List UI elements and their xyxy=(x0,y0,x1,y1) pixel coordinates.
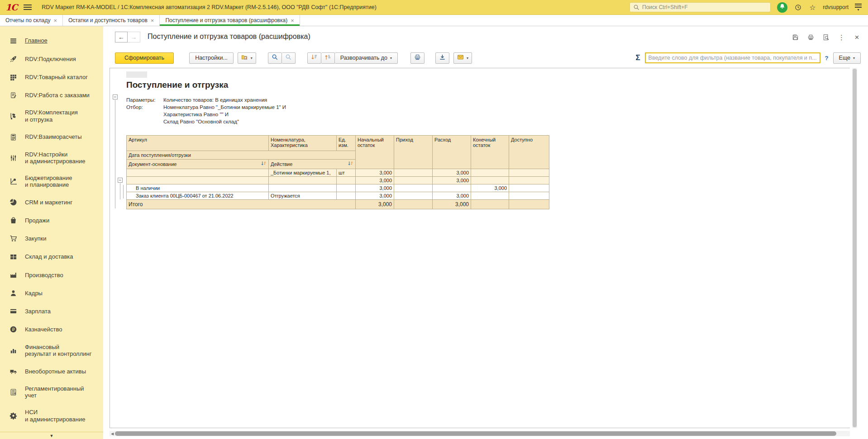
collapse-groups-button[interactable] xyxy=(307,52,321,64)
quick-filter-input[interactable] xyxy=(645,52,820,63)
sidebar-item-planning[interactable]: Бюджетированиеи планирование xyxy=(0,170,103,193)
cell-value[interactable]: 3,000 xyxy=(356,177,394,184)
column-header[interactable]: Доступно xyxy=(509,136,549,169)
main-menu-icon[interactable] xyxy=(24,5,32,10)
expand-to-button[interactable]: Разворачивать до▾ xyxy=(335,52,398,64)
sort-icon[interactable] xyxy=(348,161,353,167)
column-header[interactable]: Конечныйостаток xyxy=(471,136,509,169)
scroll-left-icon[interactable]: ◀ xyxy=(110,432,115,436)
expand-groups-button[interactable] xyxy=(321,52,335,64)
current-user[interactable]: rdvsupport xyxy=(823,4,849,10)
cell-value[interactable]: 3,000 xyxy=(356,184,394,192)
print-icon[interactable] xyxy=(807,33,815,41)
sort-icon[interactable] xyxy=(261,161,267,167)
tab-2[interactable]: Поступление и отгрузка товаров (расшифро… xyxy=(160,15,300,26)
sidebar-item-ruble[interactable]: ₽Казначейство xyxy=(0,321,103,339)
sidebar-item-gear[interactable]: НСИи администрирование xyxy=(0,404,103,428)
scrollbar-thumb[interactable] xyxy=(853,69,857,427)
cell-value[interactable] xyxy=(433,184,471,192)
sum-icon[interactable]: Σ xyxy=(635,53,640,62)
notifications-icon[interactable] xyxy=(777,2,787,13)
search-in-report-button[interactable] xyxy=(268,52,282,64)
sidebar-item-menu[interactable]: Главное xyxy=(0,32,103,50)
cell-label[interactable] xyxy=(269,184,337,192)
column-header[interactable]: Артикул xyxy=(127,136,269,151)
cell-value[interactable]: 3,000 xyxy=(433,192,471,200)
sidebar-item-bag[interactable]: Продажи xyxy=(0,212,103,230)
scrollbar-thumb[interactable] xyxy=(115,431,836,436)
cell-label[interactable]: В наличии xyxy=(127,184,269,192)
cell-label[interactable] xyxy=(127,177,269,184)
sidebar-item-person[interactable]: Кадры xyxy=(0,284,103,302)
sidebar-item-factory[interactable]: Производство xyxy=(0,266,103,284)
collapse-group-icon[interactable]: − xyxy=(118,178,123,183)
settings-button[interactable]: Настройки... xyxy=(189,52,234,64)
column-header[interactable]: Расход xyxy=(433,136,471,169)
tab-0[interactable]: Отчеты по складу× xyxy=(0,15,63,26)
service-menu-icon[interactable]: ▾ xyxy=(855,4,862,11)
sidebar-scroll-down[interactable]: ▼ xyxy=(0,432,103,439)
cell-value[interactable] xyxy=(509,177,549,184)
subheader-date[interactable]: Дата поступления/отгрузки xyxy=(127,151,356,160)
cell-value[interactable] xyxy=(471,169,509,177)
cell-label[interactable]: Заказ клиента 00ЦБ-000467 от 21.06.2022 xyxy=(127,192,269,200)
sidebar-item-handtruck[interactable]: RDV:Комплектацияи отгрузка xyxy=(0,104,103,128)
cell-value[interactable] xyxy=(509,192,549,200)
tab-1[interactable]: Остатки и доступность товаров× xyxy=(63,15,160,26)
collapse-group-icon[interactable]: − xyxy=(113,94,118,99)
cell-label[interactable] xyxy=(269,177,337,184)
sidebar-item-truck[interactable]: Внеоборотные активы xyxy=(0,362,103,380)
cell-value[interactable]: 3,000 xyxy=(433,177,471,184)
tab-close-icon[interactable]: × xyxy=(53,17,57,24)
cell-value[interactable] xyxy=(394,177,433,184)
sidebar-item-barchart[interactable]: Финансовыйрезультат и контроллинг xyxy=(0,339,103,362)
table-row[interactable]: _Ботинки маркируемые 1,шт3,0003,000 xyxy=(127,169,549,177)
forward-button[interactable]: → xyxy=(128,32,140,42)
cell-value[interactable]: 3,000 xyxy=(356,192,394,200)
cell-label[interactable] xyxy=(127,169,269,177)
cell-value[interactable] xyxy=(509,169,549,177)
cell-value[interactable] xyxy=(509,184,549,192)
subheader-action[interactable]: Действие xyxy=(269,160,356,169)
back-button[interactable]: ← xyxy=(115,32,128,42)
cell-label[interactable]: Отгружается xyxy=(269,192,337,200)
more-icon[interactable]: ⋮ xyxy=(838,33,845,41)
tab-close-icon[interactable]: × xyxy=(151,17,154,24)
cell-label[interactable]: шт xyxy=(337,169,356,177)
sidebar-item-pie[interactable]: CRM и маркетинг xyxy=(0,194,103,212)
table-row[interactable]: Итого3,0003,000 xyxy=(127,200,549,209)
close-icon[interactable]: × xyxy=(853,33,861,41)
global-search-box[interactable] xyxy=(630,2,771,12)
download-button[interactable] xyxy=(435,52,449,64)
cell-label[interactable] xyxy=(337,192,356,200)
vertical-scrollbar[interactable] xyxy=(852,68,857,428)
sidebar-item-cart[interactable]: Закупки xyxy=(0,230,103,248)
report-variants-button[interactable]: ▾ xyxy=(238,52,256,64)
search-next-button[interactable] xyxy=(282,52,296,64)
find-on-page-icon[interactable] xyxy=(822,33,830,41)
cell-label[interactable] xyxy=(337,184,356,192)
column-header[interactable]: Приход xyxy=(394,136,433,169)
column-header[interactable]: Ед.изм. xyxy=(337,136,356,151)
table-row[interactable]: 3,0003,000 xyxy=(127,177,549,184)
sidebar-item-rocket[interactable]: RDV:Подключения xyxy=(0,50,103,68)
help-button[interactable]: ? xyxy=(824,55,830,61)
column-header[interactable]: Номенклатура,Характеристика xyxy=(269,136,337,151)
cell-label[interactable] xyxy=(337,177,356,184)
global-search-input[interactable] xyxy=(642,4,768,10)
generate-button[interactable]: Сформировать xyxy=(115,52,174,64)
tab-close-icon[interactable]: × xyxy=(291,17,294,24)
cell-value[interactable]: 3,000 xyxy=(356,169,394,177)
sidebar-item-orders[interactable]: RDV:Работа с заказами xyxy=(0,86,103,104)
cell-value[interactable] xyxy=(394,192,433,200)
cell-value[interactable] xyxy=(394,184,433,192)
horizontal-scrollbar[interactable]: ◀ xyxy=(110,431,850,436)
subheader-document[interactable]: Документ-основание xyxy=(127,160,269,169)
sidebar-item-calculator[interactable]: RDV:Взаиморасчеты xyxy=(0,128,103,146)
cell-value[interactable] xyxy=(471,192,509,200)
cell-label[interactable]: _Ботинки маркируемые 1, xyxy=(269,169,337,177)
send-email-button[interactable]: ▾ xyxy=(453,52,472,64)
cell-value[interactable] xyxy=(394,169,433,177)
cell-value[interactable]: 3,000 xyxy=(433,169,471,177)
cell-value[interactable] xyxy=(471,177,509,184)
